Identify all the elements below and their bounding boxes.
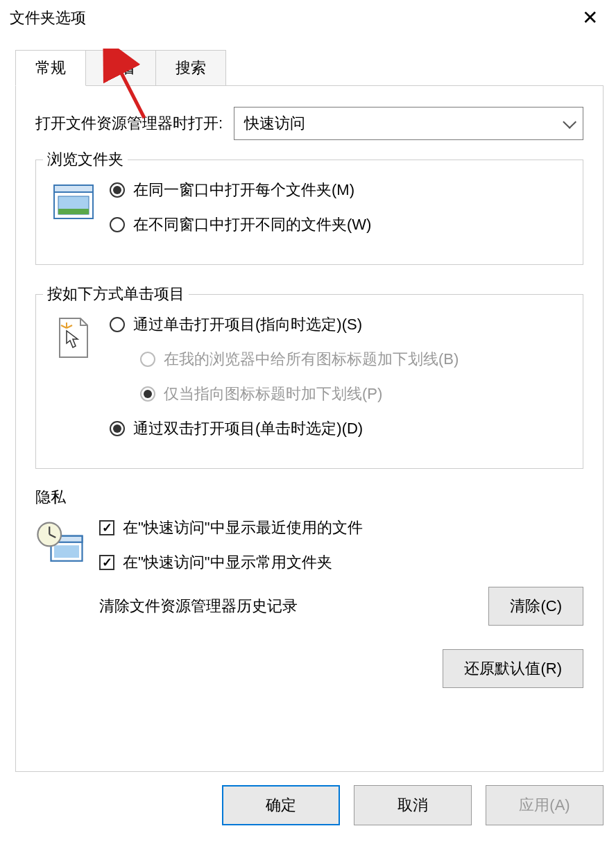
privacy-group: 隐私 在"快速访问"中显示最近使用的文件 <box>35 498 583 641</box>
restore-row: 还原默认值(R) <box>35 649 583 688</box>
close-button[interactable]: ✕ <box>574 6 606 31</box>
dropdown-value: 快速访问 <box>244 113 305 134</box>
tab-general[interactable]: 常规 <box>15 50 86 86</box>
dialog-footer: 确定 取消 应用(A) <box>222 785 604 825</box>
radio-icon <box>110 317 125 332</box>
radio-label: 在我的浏览器中给所有图标标题加下划线(B) <box>164 349 459 370</box>
radio-underline-hover: 仅当指向图标标题时加下划线(P) <box>140 384 567 404</box>
radio-icon <box>110 217 125 232</box>
clear-history-row: 清除文件资源管理器历史记录 清除(C) <box>99 587 583 626</box>
radio-double-click[interactable]: 通过双击打开项目(单击时选定)(D) <box>110 418 567 439</box>
tab-strip: 常规 查看 搜索 <box>15 50 616 86</box>
clear-button[interactable]: 清除(C) <box>488 587 583 626</box>
radio-same-window[interactable]: 在同一窗口中打开每个文件夹(M) <box>110 180 567 200</box>
window-title: 文件夹选项 <box>10 8 86 28</box>
svg-rect-10 <box>54 545 79 558</box>
folder-window-icon <box>51 181 96 225</box>
chevron-down-icon <box>563 115 576 129</box>
radio-label: 仅当指向图标标题时加下划线(P) <box>164 384 382 404</box>
radio-label: 在不同窗口中打开不同的文件夹(W) <box>133 214 371 235</box>
radio-different-window[interactable]: 在不同窗口中打开不同的文件夹(W) <box>110 214 567 235</box>
checkbox-icon <box>99 520 114 535</box>
radio-icon <box>110 421 125 436</box>
tab-search[interactable]: 搜索 <box>155 50 226 86</box>
radio-icon <box>140 352 155 367</box>
radio-label: 在同一窗口中打开每个文件夹(M) <box>133 180 354 200</box>
browse-folders-legend: 浏览文件夹 <box>43 149 128 170</box>
radio-icon <box>140 386 155 402</box>
open-explorer-row: 打开文件资源管理器时打开: 快速访问 <box>35 107 583 140</box>
apply-button: 应用(A) <box>486 785 604 825</box>
svg-rect-4 <box>58 209 89 214</box>
radio-icon <box>110 182 125 198</box>
check-frequent-folders[interactable]: 在"快速访问"中显示常用文件夹 <box>99 552 583 573</box>
click-items-legend: 按如下方式单击项目 <box>43 284 189 304</box>
cancel-button[interactable]: 取消 <box>354 785 472 825</box>
radio-label: 通过双击打开项目(单击时选定)(D) <box>133 418 363 439</box>
history-clock-icon <box>35 519 85 569</box>
privacy-legend: 隐私 <box>35 487 70 508</box>
svg-rect-2 <box>54 185 93 192</box>
check-label: 在"快速访问"中显示最近使用的文件 <box>123 517 363 538</box>
checkbox-icon <box>99 555 114 570</box>
radio-label: 通过单击打开项目(指向时选定)(S) <box>133 314 362 335</box>
click-items-group: 按如下方式单击项目 通过单击打开项目(指向时选定)(S) <box>35 294 583 469</box>
tab-panel-general: 打开文件资源管理器时打开: 快速访问 浏览文件夹 在同一窗口中打开每个文件夹(M… <box>15 85 604 772</box>
titlebar: 文件夹选项 ✕ <box>0 0 616 40</box>
open-explorer-dropdown[interactable]: 快速访问 <box>234 107 583 140</box>
radio-underline-all: 在我的浏览器中给所有图标标题加下划线(B) <box>140 349 567 370</box>
ok-button[interactable]: 确定 <box>222 785 340 825</box>
radio-single-click[interactable]: 通过单击打开项目(指向时选定)(S) <box>110 314 567 335</box>
clear-history-label: 清除文件资源管理器历史记录 <box>99 596 298 617</box>
check-recent-files[interactable]: 在"快速访问"中显示最近使用的文件 <box>99 517 583 538</box>
click-document-icon <box>51 316 96 360</box>
open-explorer-label: 打开文件资源管理器时打开: <box>35 113 223 134</box>
restore-defaults-button[interactable]: 还原默认值(R) <box>443 649 583 688</box>
browse-folders-group: 浏览文件夹 在同一窗口中打开每个文件夹(M) 在不同窗口中打开不同的文件夹(W) <box>35 160 583 265</box>
check-label: 在"快速访问"中显示常用文件夹 <box>123 552 332 573</box>
tab-view[interactable]: 查看 <box>85 50 156 86</box>
